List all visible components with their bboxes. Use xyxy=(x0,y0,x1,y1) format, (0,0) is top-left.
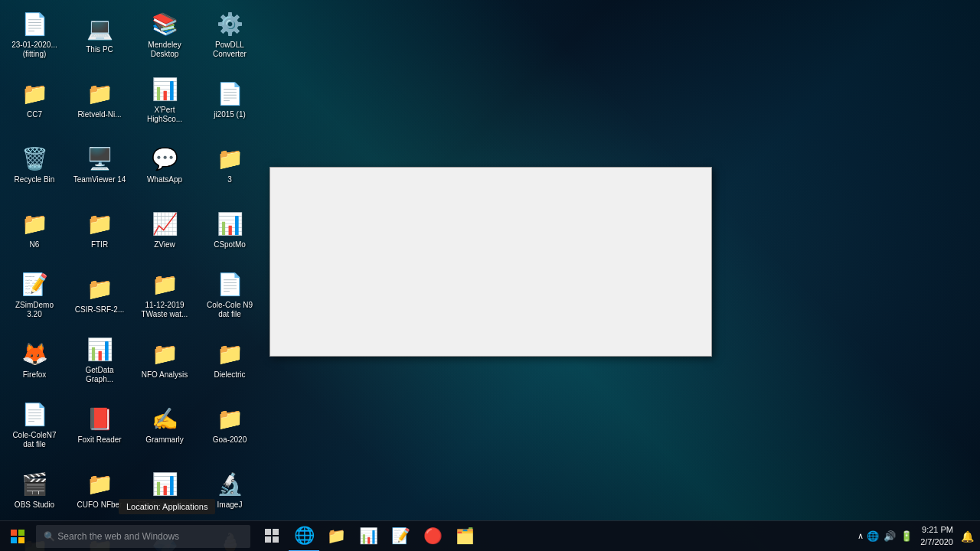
taskbar-app7[interactable]: 🗂️ xyxy=(449,521,480,552)
taskbar-apps: 🌐 📁 📊 📝 🔴 🗂️ xyxy=(256,521,480,552)
system-clock[interactable]: 9:21 PM 2/7/2020 xyxy=(916,524,958,548)
app7-taskbar-icon: 🗂️ xyxy=(456,527,475,545)
icon-goa-2020[interactable]: 📁 Goa-2020 xyxy=(199,394,260,455)
icon-cspotmo[interactable]: 📊 CSpotMo xyxy=(199,199,260,260)
taskbar-right: ∧ 🌐 🔊 🔋 9:21 PM 2/7/2020 🔔 xyxy=(858,524,980,548)
icon-powdll[interactable]: ⚙️ PowDLL Converter xyxy=(199,4,260,65)
icon-date-fitting[interactable]: 📄 23-01-2020...(fitting) xyxy=(4,4,65,65)
word-taskbar-icon: 📝 xyxy=(391,527,410,545)
explorer-taskbar-icon: 📁 xyxy=(327,527,346,545)
icon-obs-studio[interactable]: 🎬 OBS Studio xyxy=(4,459,65,520)
icon-teamviewer[interactable]: 🖥️ TeamViewer 14 xyxy=(69,134,130,195)
taskbar: 🔍 Search the web and Windows 🌐 📁 📊 📝 🔴 xyxy=(0,520,980,551)
notification-expand[interactable]: ∧ xyxy=(858,531,864,541)
taskbar-explorer[interactable]: 📁 xyxy=(321,521,351,552)
svg-rect-3 xyxy=(18,537,24,543)
svg-rect-0 xyxy=(11,530,17,536)
svg-rect-2 xyxy=(11,537,17,543)
battery-icon: 🔋 xyxy=(900,530,913,542)
icon-csir-srf[interactable]: 📁 CSIR-SRF-2... xyxy=(69,264,130,325)
svg-rect-7 xyxy=(273,536,279,543)
icon-whatsapp[interactable]: 💬 WhatsApp xyxy=(134,134,195,195)
icon-firefox[interactable]: 🦊 Firefox xyxy=(4,329,65,390)
app6-taskbar-icon: 🔴 xyxy=(423,527,443,545)
notification-bell[interactable]: 🔔 xyxy=(961,530,974,543)
icon-dielectric[interactable]: 📁 Dielectric xyxy=(199,329,260,390)
icon-cole-cole-n9[interactable]: 📄 Cole-Cole N9 dat file xyxy=(199,264,260,325)
svg-rect-4 xyxy=(265,529,271,535)
icon-getdata[interactable]: 📊 GetData Graph... xyxy=(69,329,130,390)
icon-cufo-nfber[interactable]: 📁 CUFO NFber xyxy=(69,459,130,520)
taskbar-app6[interactable]: 🔴 xyxy=(417,521,448,552)
svg-rect-1 xyxy=(18,530,24,536)
icon-ftir[interactable]: 📁 FTIR xyxy=(69,199,130,260)
svg-rect-5 xyxy=(273,529,279,535)
icon-cole-cole-n7[interactable]: 📄 Cole-ColeN7 dat file xyxy=(4,394,65,455)
icon-grammarly[interactable]: ✍️ Grammarly xyxy=(134,394,195,455)
icon-xpert[interactable]: 📊 X'Pert HighSco... xyxy=(134,69,195,130)
taskbar-task-view[interactable] xyxy=(256,521,287,552)
icon-n6[interactable]: 📁 N6 xyxy=(4,199,65,260)
icon-foxit[interactable]: 📕 Foxit Reader xyxy=(69,394,130,455)
icon-zsimdemo[interactable]: 📝 ZSimDemo 3.20 xyxy=(4,264,65,325)
icon-imagej[interactable]: 🔬 ImageJ xyxy=(199,459,260,520)
icon-folder-3[interactable]: 📁 3 xyxy=(199,134,260,195)
icon-cc7[interactable]: 📁 CC7 xyxy=(4,69,65,130)
icon-fp-suite[interactable]: 📊 FP_Suite 64bits xyxy=(134,459,195,520)
icon-this-pc[interactable]: 💻 This PC xyxy=(69,4,130,65)
task-view-icon xyxy=(264,528,279,543)
taskbar-excel[interactable]: 📊 xyxy=(353,521,384,552)
icon-mendeley[interactable]: 📚 Mendeley Desktop xyxy=(134,4,195,65)
excel-taskbar-icon: 📊 xyxy=(359,527,378,545)
desktop-icons-area: 📄 23-01-2020...(fitting) 💻 This PC 📚 Men… xyxy=(0,0,276,528)
windows-logo-icon xyxy=(11,530,24,543)
icon-nfo-analysis[interactable]: 📁 NFO Analysis xyxy=(134,329,195,390)
icon-zview[interactable]: 📈 ZView xyxy=(134,199,195,260)
start-button[interactable] xyxy=(0,521,34,552)
icon-ji2015[interactable]: 📄 ji2015 (1) xyxy=(199,69,260,130)
taskbar-chrome[interactable]: 🌐 xyxy=(289,521,319,552)
taskbar-word[interactable]: 📝 xyxy=(385,521,416,552)
popup-window xyxy=(270,167,712,357)
icon-11-12-2019[interactable]: 📁 11-12-2019 TWaste wat... xyxy=(134,264,195,325)
system-tray-icons: 🌐 🔊 🔋 xyxy=(867,530,913,542)
icon-rietveld-ni[interactable]: 📁 Rietveld-Ni... xyxy=(69,69,130,130)
svg-rect-6 xyxy=(265,536,271,543)
chrome-taskbar-icon: 🌐 xyxy=(294,526,315,546)
search-bar[interactable]: 🔍 Search the web and Windows xyxy=(36,525,250,548)
icon-recycle-bin[interactable]: 🗑️ Recycle Bin xyxy=(4,134,65,195)
volume-icon: 🔊 xyxy=(884,530,896,542)
network-icon: 🌐 xyxy=(867,530,879,542)
